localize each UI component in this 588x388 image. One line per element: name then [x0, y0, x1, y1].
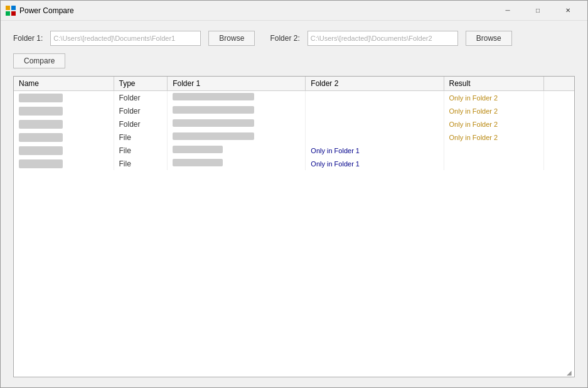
cell-folder1	[168, 104, 306, 117]
cell-name: Ba...	[14, 144, 114, 157]
cell-name: Par...	[14, 104, 114, 117]
svg-rect-2	[6, 11, 10, 16]
title-bar: Power Compare ─ □ ✕	[1, 1, 587, 21]
table-row[interactable]: Ba...FileOnly in Folder 1	[14, 144, 574, 157]
cell-type: File	[114, 157, 168, 170]
col-header-result: Result	[444, 77, 543, 91]
cell-folder1	[168, 91, 306, 105]
col-header-type: Type	[114, 77, 168, 91]
minimize-button[interactable]: ─	[493, 1, 522, 21]
table-row[interactable]: Par...FolderOnly in Folder 2	[14, 104, 574, 117]
app-icon	[6, 6, 16, 16]
content-area: Folder 1: Browse Folder 2: Browse Compar…	[1, 21, 587, 387]
col-header-folder1: Folder 1	[168, 77, 306, 91]
cell-folder1	[168, 157, 306, 170]
col-header-name: Name	[14, 77, 114, 91]
close-button[interactable]: ✕	[553, 1, 582, 21]
table-row[interactable]: Sa...FileOnly in Folder 1	[14, 157, 574, 170]
folder2-label: Folder 2:	[270, 34, 299, 43]
folder-inputs-row: Folder 1: Browse Folder 2: Browse	[13, 31, 575, 46]
cell-folder1	[168, 144, 306, 157]
table-header: Name Type Folder 1 Folder 2 Result	[14, 77, 574, 91]
cell-type: Folder	[114, 117, 168, 131]
maximize-button[interactable]: □	[523, 1, 552, 21]
browse2-button[interactable]: Browse	[466, 31, 512, 46]
svg-rect-3	[11, 11, 16, 16]
cell-folder2	[306, 117, 444, 131]
folder2-input[interactable]	[307, 31, 458, 46]
svg-rect-1	[11, 6, 16, 10]
cell-folder2: Only in Folder 1	[306, 157, 444, 170]
cell-extra	[543, 131, 574, 144]
cell-type: File	[114, 144, 168, 157]
cell-result: Only in Folder 2	[444, 117, 543, 131]
svg-rect-0	[6, 6, 10, 10]
results-table: Name Type Folder 1 Folder 2 Result Par..…	[14, 77, 574, 170]
resize-handle[interactable]: ◢	[567, 369, 573, 375]
cell-extra	[543, 91, 574, 105]
table-body: Par...FolderOnly in Folder 2Par...Folder…	[14, 91, 574, 171]
cell-result	[444, 157, 543, 170]
cell-name: Sa...	[14, 157, 114, 170]
main-window: Power Compare ─ □ ✕ Folder 1: Browse Fol…	[0, 0, 588, 388]
cell-type: Folder	[114, 104, 168, 117]
folder1-label: Folder 1:	[13, 34, 43, 43]
cell-folder2	[306, 91, 444, 105]
col-header-folder2: Folder 2	[306, 77, 444, 91]
cell-result: Only in Folder 2	[444, 91, 543, 105]
browse1-button[interactable]: Browse	[208, 31, 255, 46]
compare-button[interactable]: Compare	[13, 53, 65, 68]
cell-type: File	[114, 131, 168, 144]
results-table-container[interactable]: Name Type Folder 1 Folder 2 Result Par..…	[13, 76, 575, 377]
cell-name: Par...	[14, 117, 114, 131]
cell-extra	[543, 144, 574, 157]
window-title: Power Compare	[19, 6, 493, 15]
table-row[interactable]: BIB...FileOnly in Folder 2	[14, 131, 574, 144]
folder1-input[interactable]	[50, 31, 201, 46]
cell-result: Only in Folder 2	[444, 104, 543, 117]
cell-name: Par...	[14, 91, 114, 105]
compare-row: Compare	[13, 53, 575, 68]
cell-type: Folder	[114, 91, 168, 105]
cell-extra	[543, 117, 574, 131]
cell-extra	[543, 104, 574, 117]
cell-folder1	[168, 117, 306, 131]
cell-folder1	[168, 131, 306, 144]
cell-result	[444, 144, 543, 157]
table-row[interactable]: Par...FolderOnly in Folder 2	[14, 117, 574, 131]
cell-result: Only in Folder 2	[444, 131, 543, 144]
cell-name: BIB...	[14, 131, 114, 144]
table-row[interactable]: Par...FolderOnly in Folder 2	[14, 91, 574, 105]
col-header-extra	[543, 77, 574, 91]
cell-folder2	[306, 131, 444, 144]
cell-folder2: Only in Folder 1	[306, 144, 444, 157]
window-controls: ─ □ ✕	[493, 1, 582, 21]
cell-extra	[543, 157, 574, 170]
cell-folder2	[306, 104, 444, 117]
